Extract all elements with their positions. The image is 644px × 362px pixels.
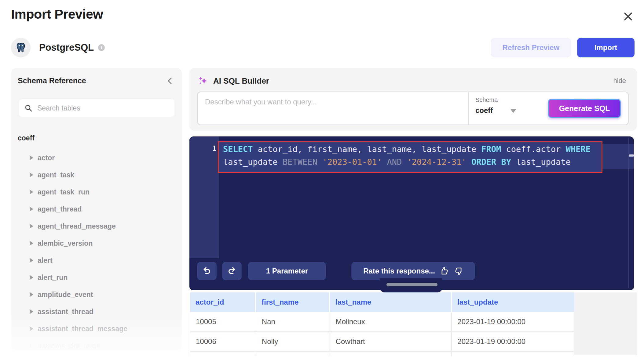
collapse-sidebar-button[interactable] <box>166 77 173 85</box>
sql-token-str: '2023-01-01' <box>322 157 382 167</box>
sidebar-table-item[interactable]: actor <box>11 149 182 166</box>
sidebar-table-item[interactable]: agent_task <box>11 166 182 183</box>
table-name-label: alembic_version <box>38 239 93 248</box>
sidebar-table-item[interactable]: assistant_thread <box>11 303 182 320</box>
table-cell: Nan <box>256 313 330 331</box>
sidebar-table-item[interactable]: amplitude_event <box>11 286 182 303</box>
import-button[interactable]: Import <box>577 38 635 57</box>
table-row: 10006NollyCowthart2023-01-19 00:00:00 <box>190 332 574 351</box>
sql-token-id: coeff.actor <box>501 144 565 154</box>
sidebar-header: Schema Reference <box>18 76 173 85</box>
redo-icon <box>227 266 236 276</box>
minimap-marker[interactable] <box>629 154 634 157</box>
table-cell <box>452 352 574 356</box>
table-name-label: assistant_thread_message <box>38 325 127 333</box>
search-icon <box>24 104 32 112</box>
sql-token-id: actor_id, first_name, last_name, last_up… <box>253 144 481 154</box>
schema-select[interactable]: Schema coeff <box>468 92 544 125</box>
triangle-right-icon <box>30 292 33 297</box>
chevron-left-icon <box>166 77 173 85</box>
table-cell <box>190 352 256 356</box>
sidebar-table-item[interactable]: alert <box>11 252 182 269</box>
schema-name: coeff <box>18 134 182 142</box>
table-cell: 10005 <box>190 313 256 331</box>
line-number: 1 <box>189 144 216 152</box>
search-tables-input[interactable] <box>37 104 169 113</box>
triangle-right-icon <box>30 275 33 280</box>
hide-builder-button[interactable]: hide <box>611 77 628 85</box>
sql-code-line: last_update BETWEEN '2023-01-01' AND '20… <box>223 156 571 168</box>
sidebar-table-item[interactable]: agent_task_run <box>11 183 182 201</box>
undo-button[interactable] <box>197 262 217 280</box>
triangle-right-icon <box>30 241 33 246</box>
sql-token-kw: FROM <box>481 144 501 154</box>
table-cell: 10006 <box>190 332 256 351</box>
connection-row: PostgreSQL i Refresh Preview Import <box>11 36 635 59</box>
minimap-divider <box>628 138 629 288</box>
triangle-right-icon <box>30 207 33 212</box>
table-cell <box>330 352 452 356</box>
sql-token-kw: ORDER BY <box>471 157 511 167</box>
column-header-first_name[interactable]: first_name <box>256 292 329 312</box>
triangle-right-icon <box>30 309 33 314</box>
page-title: Import Preview <box>11 7 103 22</box>
triangle-right-icon <box>30 258 33 263</box>
sql-token-kw: WHERE <box>566 144 591 154</box>
table-name-label: alert_run <box>38 273 68 282</box>
close-icon <box>623 11 634 22</box>
sidebar-table-item[interactable]: agent_thread_message <box>11 218 182 235</box>
parameter-button[interactable]: 1 Parameter <box>248 262 326 280</box>
sql-token-id <box>382 157 387 167</box>
sparkles-icon <box>197 75 208 86</box>
sidebar-table-item[interactable]: assistant_thread_message <box>11 320 182 337</box>
table-header-row: actor_idfirst_namelast_namelast_update <box>190 292 574 312</box>
thumbs-down-icon[interactable] <box>454 266 463 276</box>
redo-button[interactable] <box>222 262 242 280</box>
column-header-last_update[interactable]: last_update <box>452 292 574 312</box>
connection-name: PostgreSQL <box>39 42 94 53</box>
close-button[interactable] <box>623 11 634 22</box>
rate-response-label: Rate this response... <box>363 267 435 275</box>
sidebar-table-item[interactable]: alert_run <box>11 269 182 286</box>
table-name-label: awsdms_ddl_audit <box>38 342 101 350</box>
scrollbar-notch <box>380 278 442 292</box>
sidebar-table-item[interactable]: agent_thread <box>11 201 182 218</box>
horizontal-scrollbar[interactable] <box>386 283 437 286</box>
schema-reference-panel: Schema Reference coeff actoragent_taskag… <box>11 68 182 350</box>
sidebar-table-item[interactable]: awsdms_ddl_audit <box>11 337 182 350</box>
generate-sql-button[interactable]: Generate SQL <box>548 99 621 118</box>
sidebar-title: Schema Reference <box>18 76 86 85</box>
sql-token-op: BETWEEN <box>283 157 317 167</box>
sql-token-op: AND <box>387 157 402 167</box>
refresh-preview-button[interactable]: Refresh Preview <box>491 38 571 57</box>
triangle-right-icon <box>30 343 33 348</box>
thumbs-up-icon[interactable] <box>440 266 449 276</box>
column-header-actor_id[interactable]: actor_id <box>190 292 255 312</box>
triangle-right-icon <box>30 172 33 177</box>
sidebar-table-item[interactable]: alembic_version <box>11 235 182 252</box>
table-cell: 2023-01-19 00:00:00 <box>452 313 574 331</box>
table-name-label: agent_thread <box>38 205 82 213</box>
undo-icon <box>202 266 211 276</box>
table-name-label: agent_task <box>38 171 74 179</box>
table-row-partial <box>190 352 574 356</box>
schema-select-value: coeff <box>475 106 493 115</box>
sql-editor: 1 SELECT actor_id, first_name, last_name… <box>189 136 634 290</box>
column-header-last_name[interactable]: last_name <box>330 292 451 312</box>
sql-token-id <box>317 157 322 167</box>
info-icon[interactable]: i <box>98 44 105 51</box>
triangle-right-icon <box>30 155 33 160</box>
table-cell: Molineux <box>330 313 452 331</box>
table-name-label: actor <box>38 154 55 162</box>
search-box <box>19 99 174 117</box>
table-cell: Cowthart <box>330 332 452 351</box>
sql-code-block[interactable]: SELECT actor_id, first_name, last_name, … <box>218 141 602 173</box>
table-cell: Nolly <box>256 332 330 351</box>
rate-response-button[interactable]: Rate this response... <box>351 262 475 280</box>
table-name-label: alert <box>38 256 53 265</box>
prompt-textarea[interactable] <box>198 92 468 125</box>
avatar <box>11 38 31 57</box>
table-cell: 2023-01-19 00:00:00 <box>452 332 574 351</box>
table-row: 10005NanMolineux2023-01-19 00:00:00 <box>190 313 574 331</box>
prompt-container: Schema coeff Generate SQL <box>197 92 629 125</box>
